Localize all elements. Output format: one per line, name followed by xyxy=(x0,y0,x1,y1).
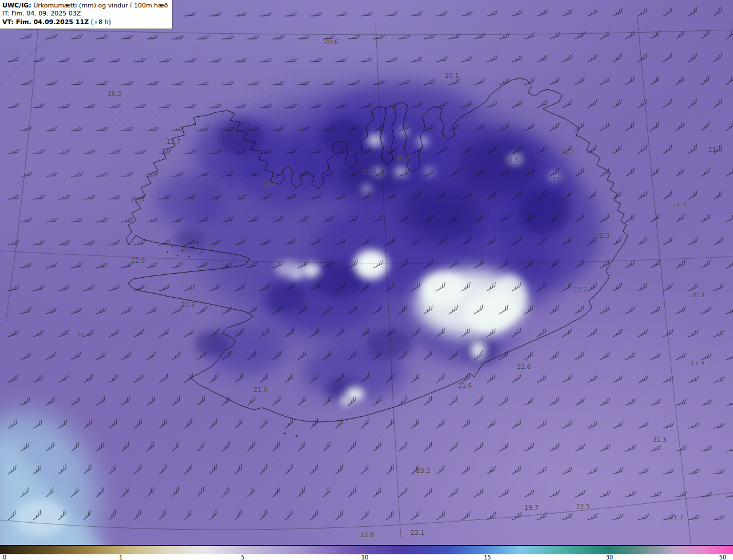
ocean-light-band xyxy=(0,412,115,560)
colorbar-tick-label: 50 xyxy=(719,554,727,560)
colorbar: 01510153050 xyxy=(0,545,733,560)
colorbar-tick-label: 5 xyxy=(241,554,245,560)
colorbar-tick-row: 01510153050 xyxy=(0,554,733,560)
colorbar-tick-label: 15 xyxy=(484,554,491,560)
colorbar-tick-label: 1 xyxy=(119,554,123,560)
title-box: UWC/IG: Úrkomumætti (mm) og vindur í 100… xyxy=(0,0,172,29)
weather-map: 20.620.120.513.721.021.720.212.313.312.1… xyxy=(0,0,733,560)
product-label: Úrkomumætti (mm) og vindur í 100m hæð xyxy=(31,2,168,9)
map-overlay xyxy=(0,0,733,560)
colorbar-tick-label: 10 xyxy=(361,554,369,560)
title-line-valid-time: VT: Fim. 04.09.2025 11Z (+8 h) xyxy=(2,18,168,26)
valid-time-label: VT: Fim. 04.09.2025 11Z xyxy=(2,18,89,26)
title-line-init-time: IT: Fim. 04. 09. 2025 03Z xyxy=(2,10,168,18)
valid-time-suffix: (+8 h) xyxy=(89,18,111,26)
colorbar-tick-label: 0 xyxy=(3,554,6,560)
colorbar-tick-label: 30 xyxy=(606,554,613,560)
colorbar-gradient xyxy=(0,546,733,554)
title-line-product: UWC/IG: Úrkomumætti (mm) og vindur í 100… xyxy=(2,2,168,10)
model-label: UWC/IG: xyxy=(2,2,31,9)
